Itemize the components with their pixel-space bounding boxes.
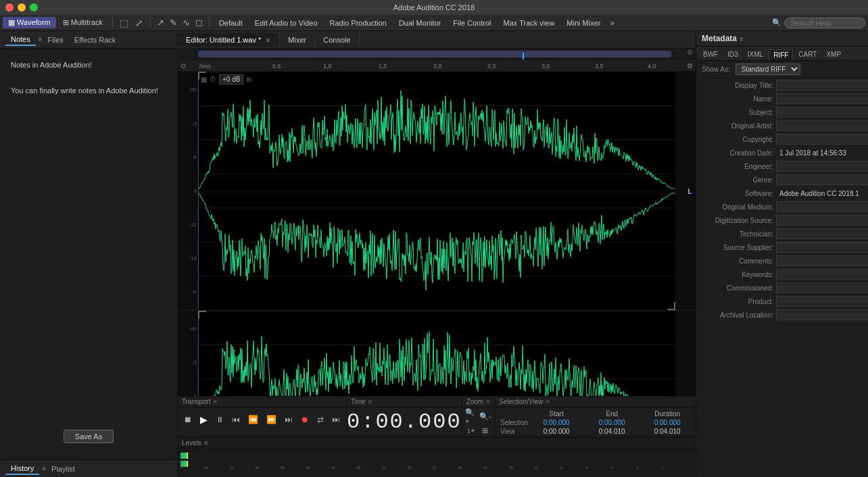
show-as-row: Show As: Standard RIFF bbox=[696, 61, 868, 78]
prev-button[interactable]: ⏮ bbox=[230, 413, 242, 426]
svg-text:-51: -51 bbox=[228, 466, 234, 470]
more-workspaces[interactable]: » bbox=[610, 18, 614, 28]
stop-button[interactable]: ⏹ bbox=[182, 413, 194, 426]
meta-field-input[interactable] bbox=[776, 228, 868, 239]
meta-tab-cart[interactable]: CART bbox=[794, 49, 821, 60]
meta-field-input[interactable] bbox=[776, 188, 868, 199]
meta-field-input[interactable] bbox=[776, 134, 868, 145]
meta-field-input[interactable] bbox=[776, 255, 868, 266]
record-button[interactable]: ⏺ bbox=[299, 413, 311, 426]
waveform-r-canvas[interactable] bbox=[198, 311, 675, 396]
selection-menu-icon[interactable]: ≡ bbox=[546, 398, 550, 405]
meta-field-input[interactable] bbox=[776, 242, 868, 253]
toolbar-icon-3[interactable]: ↗ bbox=[155, 18, 166, 28]
toolbar-icon-4[interactable]: ✎ bbox=[168, 18, 179, 28]
meta-field-input[interactable] bbox=[776, 309, 868, 320]
svg-text:-9: -9 bbox=[585, 466, 588, 470]
toolbar-icon-2[interactable]: ⤢ bbox=[132, 18, 146, 28]
meta-field-input[interactable] bbox=[776, 80, 868, 91]
workspace-default[interactable]: Default bbox=[214, 18, 248, 28]
time-counter: 0:00.000 bbox=[347, 409, 462, 434]
svg-text:-39: -39 bbox=[330, 466, 335, 470]
meta-tab-ixml[interactable]: IXML bbox=[744, 49, 767, 60]
search-input[interactable] bbox=[784, 18, 865, 28]
meta-tab-id3[interactable]: ID3 bbox=[723, 49, 742, 60]
transport-menu-icon[interactable]: ≡ bbox=[213, 398, 217, 405]
ruler-settings[interactable]: ⚙ bbox=[687, 62, 693, 70]
menu-multitrack[interactable]: ⊞ Multitrack bbox=[57, 17, 108, 28]
meta-field-input[interactable] bbox=[776, 174, 868, 185]
waveform-canvas-r bbox=[198, 311, 675, 396]
meta-field-input[interactable] bbox=[776, 93, 868, 104]
editor-tab-close[interactable]: ✕ bbox=[266, 37, 271, 44]
meta-field-input[interactable] bbox=[776, 296, 868, 307]
skip-button[interactable]: ⏭ bbox=[330, 413, 342, 426]
pause-button[interactable]: ⏸ bbox=[214, 413, 226, 426]
workspace-max-track[interactable]: Max Track view bbox=[498, 18, 560, 28]
zoom-section: Zoom ≡ 🔍+ 🔍- ↕+ ⊞ ⊕ ⊖ ⊡ bbox=[462, 397, 495, 436]
bottom-area: Transport ≡ ⏹ ▶ ⏸ ⏮ ⏪ ⏩ ⏭ ⏺ ⇄ bbox=[178, 396, 696, 477]
meta-field-input[interactable] bbox=[776, 161, 868, 172]
tab-playlist[interactable]: Playlist bbox=[46, 463, 80, 474]
save-as-button[interactable]: Save As bbox=[64, 430, 114, 443]
selection-grid: Start End Duration Selection 0:00.000 0:… bbox=[495, 407, 696, 438]
zoom-in-h[interactable]: 🔍+ bbox=[465, 410, 477, 422]
meta-field-input[interactable] bbox=[776, 120, 868, 131]
toolbar-icon-5[interactable]: ∿ bbox=[180, 18, 192, 28]
minimize-button[interactable] bbox=[18, 3, 26, 11]
meta-field-input[interactable] bbox=[776, 201, 868, 212]
play-button[interactable]: ▶ bbox=[198, 413, 210, 426]
scroll-thumb[interactable] bbox=[198, 51, 671, 57]
zoom-menu-icon[interactable]: ≡ bbox=[486, 398, 490, 405]
zoom-fit-all[interactable]: ⊞ bbox=[479, 424, 491, 436]
toolbar-icon-6[interactable]: ◻ bbox=[193, 18, 205, 28]
tab-notes[interactable]: Notes bbox=[5, 34, 36, 46]
workspace-dual-monitor[interactable]: Dual Monitor bbox=[393, 18, 446, 28]
toolbar-icon-1[interactable]: ⬚ bbox=[117, 18, 131, 28]
tab-history[interactable]: History bbox=[5, 463, 39, 475]
loop-button[interactable]: ⇄ bbox=[315, 413, 326, 426]
workspace-edit-audio[interactable]: Edit Audio to Video bbox=[249, 18, 323, 28]
show-as-select[interactable]: Standard RIFF bbox=[736, 64, 800, 75]
gain-expand-icon[interactable]: ⊞ bbox=[246, 76, 251, 83]
tab-effects-rack[interactable]: Effects Rack bbox=[69, 34, 122, 45]
step-fwd-button[interactable]: ⏩ bbox=[264, 413, 279, 426]
channel-label-l: L bbox=[688, 187, 692, 195]
waveform-l-canvas[interactable] bbox=[198, 72, 675, 310]
workspace-file-control[interactable]: File Control bbox=[448, 18, 496, 28]
meta-tab-riff[interactable]: RIFF bbox=[769, 49, 793, 60]
workspace-radio[interactable]: Radio Production bbox=[324, 18, 392, 28]
meta-tab-bwf[interactable]: BWF bbox=[699, 49, 722, 60]
scroll-settings-icon[interactable]: ⚙ bbox=[687, 49, 693, 56]
time-menu-icon[interactable]: ≡ bbox=[368, 398, 372, 405]
tab-files[interactable]: Files bbox=[43, 34, 69, 45]
meta-field-input[interactable] bbox=[776, 107, 868, 118]
meta-field-input[interactable] bbox=[776, 282, 868, 293]
meta-field-label: Display Title: bbox=[702, 82, 776, 89]
maximize-button[interactable] bbox=[30, 3, 38, 11]
notes-save-area: Save As bbox=[11, 424, 166, 449]
tab-console[interactable]: Console bbox=[315, 33, 359, 47]
transport-section: Transport ≡ ⏹ ▶ ⏸ ⏮ ⏪ ⏩ ⏭ ⏺ ⇄ bbox=[178, 397, 347, 436]
metadata-menu-icon[interactable]: ≡ bbox=[740, 35, 744, 43]
channel-r-wrapper: dB -3 -6 -9 -12 -18 -∞ bbox=[178, 311, 696, 396]
tab-mixer[interactable]: Mixer bbox=[280, 33, 315, 47]
svg-text:-12: -12 bbox=[558, 466, 564, 470]
menu-waveform[interactable]: ▦ Waveform bbox=[3, 17, 56, 28]
tab-editor[interactable]: Editor: Untitled 1.wav * ✕ bbox=[178, 33, 280, 47]
meta-tab-xmp[interactable]: XMP bbox=[822, 49, 845, 60]
zoom-in-v[interactable]: ↕+ bbox=[465, 424, 477, 436]
step-back-button[interactable]: ⏪ bbox=[246, 413, 260, 426]
timeline-scroll[interactable]: ⚙ bbox=[178, 49, 696, 59]
levels-menu-icon[interactable]: ≡ bbox=[204, 439, 208, 447]
zoom-out-h[interactable]: 🔍- bbox=[479, 410, 491, 422]
meta-field-input[interactable] bbox=[776, 215, 868, 226]
close-button[interactable] bbox=[5, 3, 14, 11]
workspace-mini-mixer[interactable]: Mini Mixer bbox=[561, 18, 606, 28]
meta-field-row: Comments: bbox=[696, 254, 868, 268]
time-header: Time ≡ bbox=[347, 397, 462, 407]
meta-field-input[interactable] bbox=[776, 147, 868, 158]
meta-field-input[interactable] bbox=[776, 269, 868, 280]
next-button[interactable]: ⏭ bbox=[283, 413, 295, 426]
meta-field-row: Engineer: bbox=[696, 159, 868, 173]
